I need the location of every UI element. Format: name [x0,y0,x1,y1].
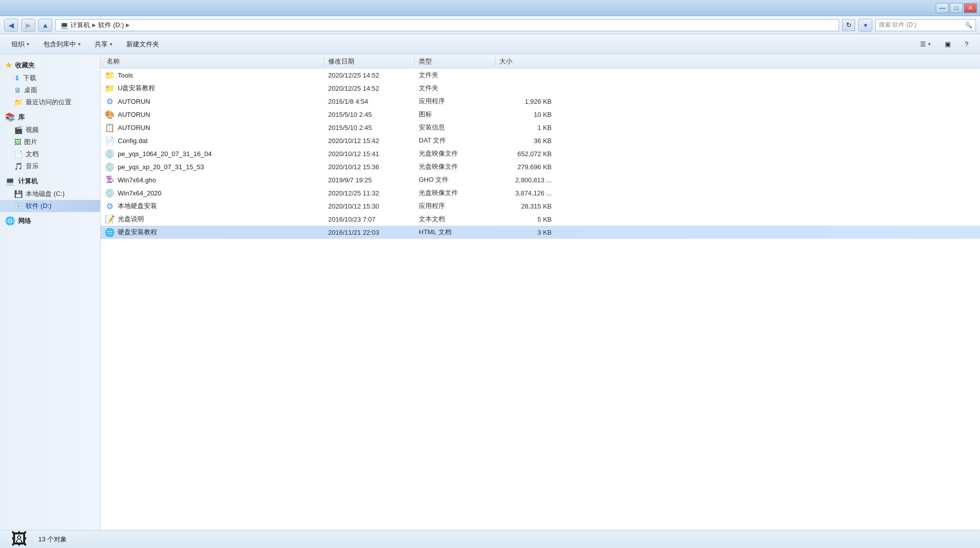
network-label: 网络 [18,217,31,226]
file-name-cell: 📋 AUTORUN [103,122,324,132]
table-row[interactable]: ⚙ 本地硬盘安装 2020/10/12 15:30 应用程序 28,315 KB [101,199,980,213]
organize-button[interactable]: 组织 ▾ [5,37,36,52]
file-type-cell: 光盘映像文件 [415,149,495,158]
sidebar-network-header[interactable]: 🌐 网络 [0,214,100,228]
table-row[interactable]: 📁 U盘安装教程 2020/12/25 14:52 文件夹 [101,82,980,95]
file-name: Tools [118,72,133,79]
help-button[interactable]: ? [958,37,975,52]
file-size-cell: 3,874,126 ... [495,189,556,197]
favorites-label: 收藏夹 [15,61,35,70]
forward-button[interactable]: ▶ [21,19,35,32]
maximize-button[interactable]: □ [950,3,963,13]
desktop-icon: 🖥 [14,86,21,94]
library-icon: 📚 [5,112,15,122]
download-label: 下载 [23,74,36,83]
sidebar-item-recent[interactable]: 📁 最近访问的位置 [0,96,100,108]
table-row[interactable]: 📁 Tools 2020/12/25 14:52 文件夹 [101,68,980,82]
sidebar-item-video[interactable]: 🎬 视频 [0,124,100,136]
file-name: AUTORUN [118,98,150,105]
close-button[interactable]: ✕ [964,3,977,13]
file-date-cell: 2020/10/12 15:36 [324,163,415,171]
file-icon: 📝 [105,214,115,224]
file-size-cell: 5 KB [495,216,556,223]
table-row[interactable]: 🎨 AUTORUN 2015/5/10 2:45 图标 10 KB [101,108,980,121]
path-computer[interactable]: 计算机 [70,21,90,30]
file-icon: 🌐 [105,227,115,237]
sidebar-item-image[interactable]: 🖼 图片 [0,136,100,148]
up-button[interactable]: ▲ [38,19,52,32]
back-button[interactable]: ◀ [4,19,18,32]
file-name: Win7x64_2020 [118,189,162,197]
sidebar-item-doc[interactable]: 📄 文档 [0,148,100,160]
file-size-cell: 652,072 KB [495,150,556,158]
sidebar-item-desktop[interactable]: 🖥 桌面 [0,84,100,96]
file-date-cell: 2019/9/7 19:25 [324,176,415,184]
image-label: 图片 [24,138,37,147]
file-icon: 🗜 [105,175,115,185]
file-type-cell: 应用程序 [415,97,495,106]
sidebar-computer-header[interactable]: 💻 计算机 [0,174,100,188]
sidebar-item-drive-c[interactable]: 💾 本地磁盘 (C:) [0,188,100,200]
table-row[interactable]: 🌐 硬盘安装教程 2016/11/21 22:03 HTML 文档 3 KB [101,226,980,239]
table-row[interactable]: 💿 pe_yqs_1064_20_07_31_16_04 2020/10/12 … [101,147,980,160]
path-drive[interactable]: 软件 (D:) [98,21,124,30]
file-list: 📁 Tools 2020/12/25 14:52 文件夹 📁 U盘安装教程 20… [101,68,980,530]
refresh-button[interactable]: ↻ [842,19,855,31]
file-type-cell: 文件夹 [415,71,495,80]
col-size-header[interactable]: 大小 [495,57,556,66]
preview-button[interactable]: ▣ [938,37,957,52]
file-type-cell: 光盘映像文件 [415,162,495,171]
file-icon: 📋 [105,122,115,132]
table-row[interactable]: 🗜 Win7x64.gho 2019/9/7 19:25 GHO 文件 2,90… [101,173,980,186]
file-name: AUTORUN [118,124,150,131]
file-size-cell: 279,696 KB [495,163,556,171]
table-row[interactable]: 💿 Win7x64_2020 2020/12/25 11:32 光盘映像文件 3… [101,186,980,199]
file-name: AUTORUN [118,111,150,118]
table-row[interactable]: 💿 pe_yqs_xp_20_07_31_15_53 2020/10/12 15… [101,160,980,173]
drive-c-label: 本地磁盘 (C:) [26,189,64,198]
sidebar-item-download[interactable]: ⬇ 下载 [0,72,100,84]
organize-arrow: ▾ [27,41,29,47]
table-row[interactable]: 📝 光盘说明 2016/10/23 7:07 文本文档 5 KB [101,213,980,226]
table-row[interactable]: 📄 Config.dat 2020/10/12 15:42 DAT 文件 36 … [101,134,980,147]
col-name-header[interactable]: 名称 [103,57,324,66]
file-type-cell: HTML 文档 [415,228,495,237]
star-icon: ★ [5,60,12,70]
col-date-header[interactable]: 修改日期 [324,57,415,66]
file-type-cell: GHO 文件 [415,175,495,184]
sidebar-library-header[interactable]: 📚 库 [0,110,100,124]
file-icon: 💿 [105,149,115,159]
new-folder-button[interactable]: 新建文件夹 [120,37,166,52]
search-box[interactable]: 搜索 软件 (D:) 🔍 [875,19,976,31]
path-icon: 💻 [60,21,68,29]
col-type-header[interactable]: 类型 [415,57,495,66]
file-date-cell: 2015/5/10 2:45 [324,124,415,131]
address-path[interactable]: 💻 计算机 ▶ 软件 (D:) ▶ [55,19,839,31]
table-row[interactable]: 📋 AUTORUN 2015/5/10 2:45 安装信息 1 KB [101,121,980,134]
view-button[interactable]: ☰ ▾ [914,37,937,52]
computer-icon: 💻 [5,176,15,186]
file-date-cell: 2016/10/23 7:07 [324,216,415,223]
file-type-cell: DAT 文件 [415,136,495,145]
share-arrow: ▾ [110,41,112,47]
share-button[interactable]: 共享 ▾ [88,37,119,52]
file-icon: 💿 [105,162,115,172]
dropdown-button[interactable]: ▾ [858,19,872,32]
minimize-button[interactable]: — [936,3,949,13]
drive-d-icon: 💿 [14,202,23,210]
search-icon[interactable]: 🔍 [965,22,972,29]
video-label: 视频 [26,125,39,134]
organize-label: 组织 [12,40,25,49]
file-name-cell: 📝 光盘说明 [103,214,324,224]
sidebar-favorites-header[interactable]: ★ 收藏夹 [0,58,100,72]
file-name-cell: 📁 U盘安装教程 [103,83,324,93]
file-icon: 📁 [105,83,115,93]
video-icon: 🎬 [14,126,23,134]
path-arrow-2: ▶ [126,22,130,28]
sidebar-item-music[interactable]: 🎵 音乐 [0,160,100,172]
include-button[interactable]: 包含到库中 ▾ [37,37,87,52]
file-date-cell: 2016/1/8 4:54 [324,98,415,105]
file-date-cell: 2020/12/25 14:52 [324,85,415,92]
table-row[interactable]: ⚙ AUTORUN 2016/1/8 4:54 应用程序 1,926 KB [101,95,980,108]
sidebar-item-drive-d[interactable]: 💿 软件 (D:) [0,200,100,212]
